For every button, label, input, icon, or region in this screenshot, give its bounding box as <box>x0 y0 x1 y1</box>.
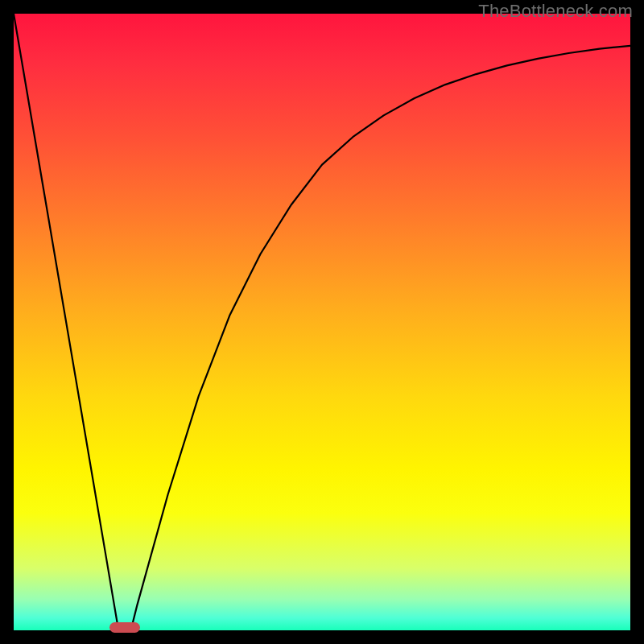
chart-plot-area <box>14 14 630 630</box>
chart-min-marker <box>109 622 140 633</box>
chart-curve <box>14 14 630 630</box>
watermark-text: TheBottleneck.com <box>478 1 633 22</box>
chart-curve-layer <box>14 14 630 630</box>
chart-frame: TheBottleneck.com <box>0 0 644 644</box>
